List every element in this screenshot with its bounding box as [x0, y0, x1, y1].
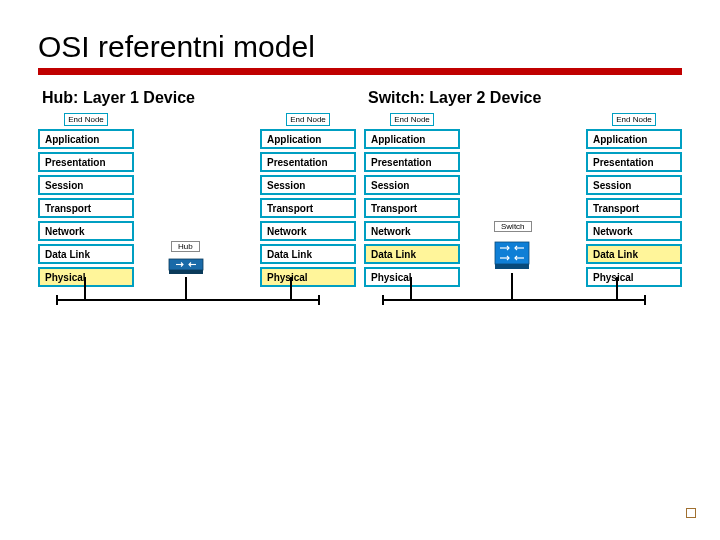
osi-stack-right: End Node Application Presentation Sessio… [586, 113, 682, 313]
layer-session: Session [586, 175, 682, 195]
panel-title: Hub: Layer 1 Device [38, 89, 356, 107]
bus-drop [410, 277, 412, 299]
bus-drop [616, 277, 618, 299]
layer-application: Application [364, 129, 460, 149]
switch-icon [494, 236, 530, 272]
panel-columns: End Node Application Presentation Sessio… [364, 113, 682, 313]
layer-session: Session [38, 175, 134, 195]
page-title: OSI referentni model [38, 30, 682, 64]
svg-rect-0 [169, 259, 203, 270]
panel-switch: Switch: Layer 2 Device End Node Applicat… [364, 89, 682, 339]
device-label-hub: Hub [171, 241, 200, 252]
panels-container: Hub: Layer 1 Device End Node Application… [38, 89, 682, 339]
bus-drop [511, 273, 513, 299]
bus-drop [84, 277, 86, 299]
layer-presentation: Presentation [364, 152, 460, 172]
panel-title: Switch: Layer 2 Device [364, 89, 682, 107]
bus-drop [185, 277, 187, 299]
layer-transport: Transport [586, 198, 682, 218]
end-node-label: End Node [64, 113, 108, 126]
layer-application: Application [260, 129, 356, 149]
layer-transport: Transport [364, 198, 460, 218]
layer-session: Session [260, 175, 356, 195]
layer-physical: Physical [364, 267, 460, 287]
osi-stack-right: End Node Application Presentation Sessio… [260, 113, 356, 313]
layer-transport: Transport [260, 198, 356, 218]
layer-transport: Transport [38, 198, 134, 218]
osi-stack-left: End Node Application Presentation Sessio… [38, 113, 134, 313]
layer-datalink: Data Link [38, 244, 134, 264]
layer-application: Application [586, 129, 682, 149]
osi-stack-left: End Node Application Presentation Sessio… [364, 113, 460, 313]
footer-bullet-icon [686, 508, 696, 518]
end-node-label: End Node [286, 113, 330, 126]
bus-end [382, 295, 384, 305]
title-underline [38, 68, 682, 75]
layer-presentation: Presentation [586, 152, 682, 172]
svg-rect-5 [495, 264, 529, 269]
layer-physical: Physical [38, 267, 134, 287]
layer-datalink: Data Link [586, 244, 682, 264]
bus-end [318, 295, 320, 305]
layer-network: Network [260, 221, 356, 241]
layer-network: Network [586, 221, 682, 241]
bus-end [56, 295, 58, 305]
layer-physical: Physical [586, 267, 682, 287]
panel-hub: Hub: Layer 1 Device End Node Application… [38, 89, 356, 339]
layer-presentation: Presentation [38, 152, 134, 172]
panel-columns: End Node Application Presentation Sessio… [38, 113, 356, 313]
layer-network: Network [364, 221, 460, 241]
layer-network: Network [38, 221, 134, 241]
svg-rect-4 [495, 242, 529, 264]
end-node-label: End Node [612, 113, 656, 126]
bus-end [644, 295, 646, 305]
footer-rule [38, 488, 682, 490]
bus-horizontal [56, 299, 320, 301]
layer-datalink: Data Link [260, 244, 356, 264]
end-node-label: End Node [390, 113, 434, 126]
svg-rect-1 [169, 270, 203, 274]
layer-presentation: Presentation [260, 152, 356, 172]
layer-physical: Physical [260, 267, 356, 287]
layer-datalink: Data Link [364, 244, 460, 264]
device-label-switch: Switch [494, 221, 532, 232]
layer-session: Session [364, 175, 460, 195]
hub-icon [168, 256, 204, 276]
bus-horizontal [382, 299, 646, 301]
layer-application: Application [38, 129, 134, 149]
bus-drop [290, 277, 292, 299]
